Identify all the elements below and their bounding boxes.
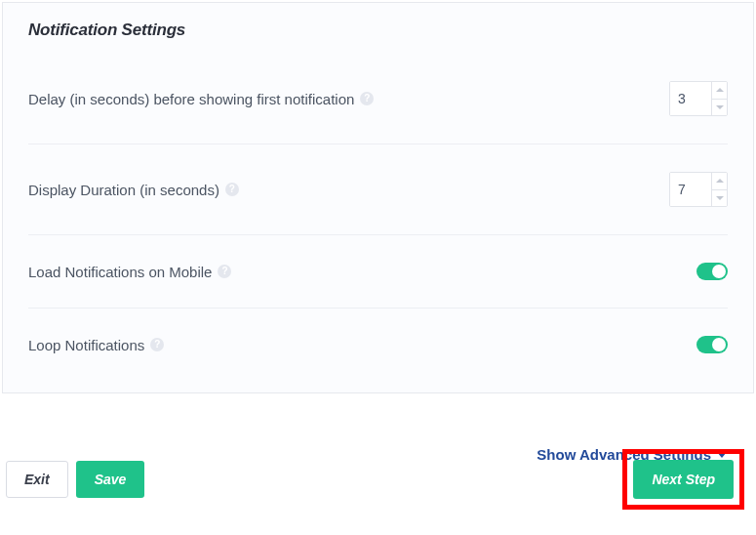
loop-toggle[interactable] (696, 336, 728, 353)
panel-body: Delay (in seconds) before showing first … (3, 54, 753, 392)
row-delay-label: Delay (in seconds) before showing first … (28, 91, 354, 107)
row-delay: Delay (in seconds) before showing first … (28, 54, 728, 144)
row-loop: Loop Notifications ? (28, 309, 728, 381)
duration-step-down[interactable] (712, 190, 727, 207)
save-button[interactable]: Save (76, 461, 145, 498)
row-mobile-label-wrap: Load Notifications on Mobile ? (28, 264, 231, 280)
help-icon[interactable]: ? (218, 265, 231, 278)
row-mobile-label: Load Notifications on Mobile (28, 264, 212, 280)
delay-input[interactable] (670, 82, 711, 115)
row-delay-label-wrap: Delay (in seconds) before showing first … (28, 91, 374, 107)
delay-stepper (711, 82, 727, 115)
duration-step-up[interactable] (712, 173, 727, 190)
duration-stepper (711, 173, 727, 206)
panel-header: Notification Settings (3, 3, 753, 54)
delay-input-wrap (669, 81, 728, 116)
row-loop-label-wrap: Loop Notifications ? (28, 337, 164, 353)
row-duration-label: Display Duration (in seconds) (28, 182, 219, 198)
chevron-up-icon (716, 88, 724, 93)
row-loop-label: Loop Notifications (28, 337, 144, 353)
help-icon[interactable]: ? (150, 338, 164, 351)
toggle-knob (712, 338, 726, 351)
row-duration-label-wrap: Display Duration (in seconds) ? (28, 182, 239, 198)
help-icon[interactable]: ? (225, 183, 239, 196)
duration-input[interactable] (670, 173, 711, 206)
chevron-down-icon (716, 104, 724, 109)
next-step-button[interactable]: Next Step (633, 460, 734, 499)
delay-step-up[interactable] (712, 82, 727, 100)
duration-input-wrap (669, 172, 728, 207)
settings-panel: Notification Settings Delay (in seconds)… (2, 2, 754, 393)
footer: Exit Save Next Step (2, 449, 754, 510)
chevron-down-icon (716, 195, 724, 200)
mobile-toggle[interactable] (696, 263, 728, 280)
toggle-knob (712, 265, 726, 278)
delay-step-down[interactable] (712, 100, 727, 116)
exit-button[interactable]: Exit (6, 461, 68, 498)
panel-title: Notification Settings (28, 21, 728, 40)
row-mobile: Load Notifications on Mobile ? (28, 235, 728, 309)
row-duration: Display Duration (in seconds) ? (28, 144, 728, 235)
help-icon[interactable]: ? (360, 92, 374, 105)
next-step-highlight: Next Step (622, 449, 744, 510)
chevron-up-icon (716, 179, 724, 184)
footer-left: Exit Save (6, 461, 144, 498)
